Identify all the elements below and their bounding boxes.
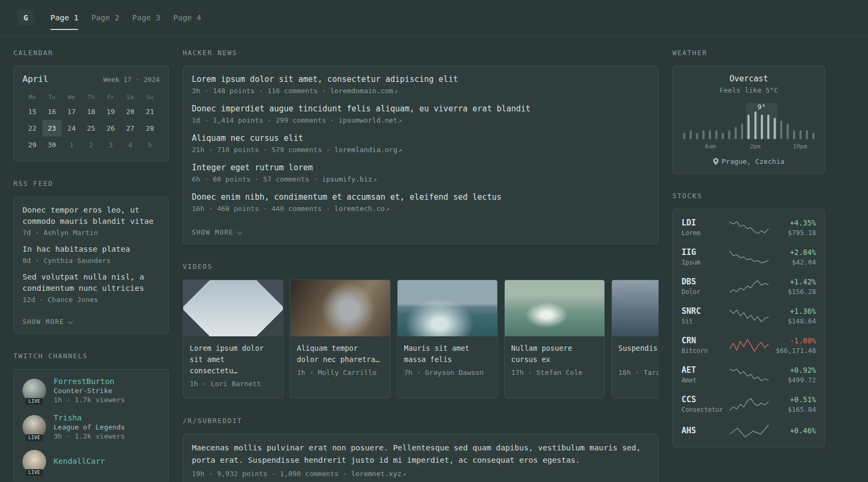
weather-bar [696,133,698,139]
app-logo[interactable]: G [18,10,34,26]
tab-page-3[interactable]: Page 3 [132,0,160,35]
stock-row[interactable]: AHS +0.46% [673,419,825,443]
stock-row[interactable]: LDILorem +4.35%$795.18 [673,213,825,242]
video-title: Lorem ipsum dolor sit amet consectetu… [190,343,276,376]
hn-item-domain: loremlandia.org [334,146,397,154]
hn-item-domain-link[interactable]: loremtech.co↗ [334,205,390,213]
twitch-card: LIVE ForrestBurton Counter-Strike 1h · 1… [13,369,169,482]
stock-row[interactable]: CCSConsectetur +0.51%$165.84 [673,389,825,419]
hn-item-domain-link[interactable]: loremlandia.org↗ [334,146,402,154]
calendar-day-next-month: 5 [140,137,160,153]
stock-change: +4.35% [774,219,817,227]
weather-bar [793,130,795,139]
stock-name: Dolor [682,288,724,296]
calendar-day-header: Sa [121,91,140,103]
subreddit-post-domain: loremnet.xyz [351,470,401,478]
calendar-day-header: Su [140,91,160,103]
weather-bar [761,115,763,139]
rss-item-meta: 8d · Cynthia Saunders [23,257,160,265]
stock-sparkline [729,397,769,411]
stock-row[interactable]: DBSDolor +1.42%$156.28 [673,272,825,301]
weather-time-label: 10pm [793,143,807,150]
stock-row[interactable]: IIGIpsum +2.84%$42.04 [673,242,825,272]
subreddit-post-domain-link[interactable]: loremnet.xyz↗ [351,470,406,478]
video-card[interactable]: Suspendisse diam 18h · Tara [611,280,659,398]
hn-item-domain-link[interactable]: ipsumworld.net↗ [339,116,402,124]
tab-page-2[interactable]: Page 2 [91,0,119,35]
stock-row[interactable]: AETAmet +0.92%$499.72 [673,360,825,389]
calendar-day: 26 [101,120,121,137]
weather-bars [682,109,816,139]
video-meta: 18h · Tara [618,368,659,376]
rss-item-title[interactable]: Donec tempor eros leo, ut commodo mauris… [23,205,160,227]
page-tabs: Page 1 Page 2 Page 3 Page 4 [50,0,201,35]
rss-show-more-button[interactable]: SHOW MORE [23,318,72,326]
channel-name: KendallCarr [54,457,105,465]
rss-item-title[interactable]: In hac habitasse platea [23,244,160,255]
weather-bar [728,130,730,139]
stocks-widget: STOCKS LDILorem +4.35%$795.18 IIGIpsum +… [672,192,825,447]
stock-name: Lorem [682,229,724,237]
calendar-day: 20 [121,103,140,120]
weather-bar [683,133,685,139]
videos-row: Lorem ipsum dolor sit amet consectetu… 1… [183,280,659,398]
weather-bar [690,130,692,139]
external-link-icon: ↗ [402,471,406,478]
hn-item-title[interactable]: Integer eget rutrum lorem [192,162,649,174]
video-thumbnail [612,280,659,336]
video-card[interactable]: Lorem ipsum dolor sit amet consectetu… 1… [183,280,283,398]
calendar-day-next-month: 4 [121,137,140,153]
weather-location-link[interactable]: Prague, Czechia [682,157,816,165]
stock-change: -1.00% [774,336,817,345]
twitch-channel[interactable]: LIVE Trisha League of Legends 3h · 1.2k … [23,413,160,440]
external-link-icon: ↗ [399,117,402,124]
stock-name: Amet [682,376,724,384]
calendar-day-header: We [62,91,81,103]
stock-row[interactable]: SNRCSit +1.36%$148.64 [673,301,825,330]
stock-symbol: CCS [682,395,724,404]
hn-item-stats: 3h · 148 points · 116 comments · [192,87,330,95]
weather-bar [806,130,808,139]
hn-item-title[interactable]: Aliquam nec cursus elit [192,133,649,144]
weather-bar [812,133,814,139]
hn-item-title[interactable]: Donec enim nibh, condimentum et accumsan… [192,192,649,203]
middle-column: HACKER NEWS Lorem ipsum dolor sit amet, … [183,49,659,482]
video-card[interactable]: Mauris sit amet massa felis 7h · Grayson… [397,280,498,398]
video-card[interactable]: Nullam posuere cursus ex 17h · Stefan Co… [504,280,605,398]
weather-card: Overcast Feels like 5°C 9° 6am2pm10pm Pr… [672,66,825,174]
tab-page-1[interactable]: Page 1 [50,0,78,35]
video-title: Nullam posuere cursus ex [511,343,598,365]
twitch-channel[interactable]: LIVE ForrestBurton Counter-Strike 1h · 1… [23,377,160,404]
calendar-day: 16 [42,103,62,120]
hackernews-show-more-button[interactable]: SHOW MORE [192,229,242,236]
hn-item-meta: 6h · 60 points · 57 comments · ipsumify.… [192,175,649,183]
videos-section-title: VIDEOS [183,262,659,270]
stock-symbol: AHS [682,426,724,435]
stock-symbol: IIG [682,247,724,257]
external-link-icon: ↗ [399,147,402,154]
video-card[interactable]: Aliquam tempor dolor nec pharetra… 1h · … [290,280,391,398]
subreddit-post-title[interactable]: Maecenas mollis pulvinar erat non posuer… [192,442,649,466]
video-thumbnail [290,280,390,336]
weather-time-label: 2pm [750,143,761,150]
channel-game: League of Legends [54,423,125,431]
channel-info: KendallCarr [54,457,105,466]
stock-row[interactable]: CRNBitcorn -1.00%$66,171.48 [673,330,825,360]
calendar-grid: Mo Tu We Th Fr Sa Su 15 16 17 18 19 20 2… [23,91,160,153]
location-pin-icon [713,158,719,165]
hackernews-widget: HACKER NEWS Lorem ipsum dolor sit amet, … [183,49,659,244]
calendar-day-next-month: 3 [101,137,121,153]
tab-page-4[interactable]: Page 4 [173,0,201,35]
hn-item-domain-link[interactable]: loremdomain.com↗ [330,87,398,95]
stock-price: $148.64 [774,317,817,325]
calendar-day: 19 [101,103,121,120]
hn-item-domain-link[interactable]: ipsumify.biz↗ [322,175,377,183]
channel-info: ForrestBurton Counter-Strike 1h · 1.7k v… [54,377,125,404]
twitch-channel[interactable]: LIVE KendallCarr [23,450,160,473]
hn-item-meta: 1d · 1,414 points · 299 comments · ipsum… [192,116,649,124]
weather-bar [741,124,743,139]
hn-item-title[interactable]: Lorem ipsum dolor sit amet, consectetur … [192,74,649,85]
hn-item-title[interactable]: Donec imperdiet augue tincidunt felis al… [192,103,649,115]
subreddit-post-stats: 19h · 9,932 points · 1,090 comments · [192,470,351,478]
rss-item-title[interactable]: Sed volutpat nulla nisl, a condimentum n… [23,272,160,294]
